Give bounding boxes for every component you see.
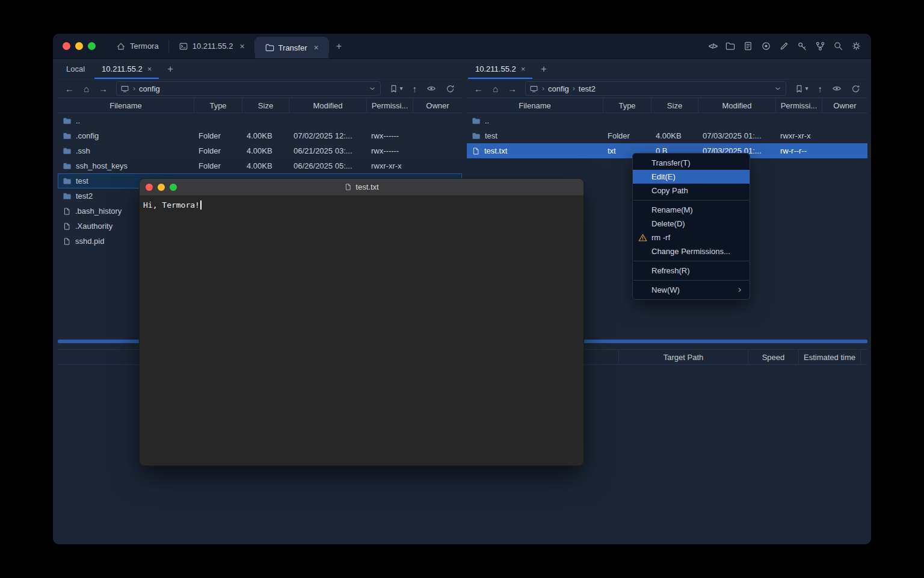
settings-icon[interactable]: [851, 41, 861, 51]
table-row[interactable]: .config Folder 4.00KB 07/02/2025 12:... …: [58, 128, 462, 143]
new-panel-tab-button[interactable]: +: [160, 59, 180, 79]
tab-left-host[interactable]: 10.211.55.2 ×: [93, 59, 160, 79]
modified-cell: 06/26/2025 05:...: [289, 161, 366, 170]
minimize-window-button[interactable]: [75, 42, 83, 50]
edit-icon[interactable]: [779, 41, 789, 51]
close-window-button[interactable]: [63, 42, 70, 50]
zoom-editor-button[interactable]: [170, 184, 177, 191]
table-row[interactable]: test Folder 4.00KB 07/03/2025 01:... rwx…: [467, 128, 867, 143]
menu-item-change-permissions[interactable]: Change Permissions...: [633, 244, 750, 258]
table-row[interactable]: .ssh Folder 4.00KB 06/21/2025 03:... rwx…: [58, 143, 462, 158]
column-header-permissions[interactable]: Permissi...: [366, 98, 413, 113]
folder-icon[interactable]: [725, 41, 735, 51]
column-header-speed[interactable]: Speed: [748, 350, 798, 364]
tab-termora[interactable]: Termora: [106, 34, 168, 58]
breadcrumb-segment[interactable]: config: [139, 84, 160, 93]
up-directory-button[interactable]: ↑: [409, 83, 421, 95]
terminal-icon: [179, 42, 188, 51]
column-header-permissions[interactable]: Permissi...: [775, 98, 822, 113]
permissions-cell: rwxr-xr-x: [775, 131, 822, 140]
filename-text: .Xauthority: [75, 222, 112, 231]
chevron-down-icon[interactable]: [774, 84, 782, 93]
branch-icon[interactable]: [815, 41, 825, 51]
column-header-owner[interactable]: Owner: [822, 98, 867, 113]
column-header-modified[interactable]: Modified: [698, 98, 775, 113]
filename-text: .bash_history: [75, 207, 122, 216]
column-header-target-path[interactable]: Target Path: [618, 350, 748, 364]
code-icon[interactable]: </>: [709, 42, 717, 51]
menu-item-transfer[interactable]: Transfer(T): [633, 156, 750, 170]
home-button[interactable]: ⌂: [489, 83, 502, 95]
table-row[interactable]: ..: [58, 113, 462, 128]
tab-local[interactable]: Local: [58, 59, 93, 79]
filename-text: test: [485, 131, 497, 140]
breadcrumb-segment[interactable]: test2: [579, 84, 596, 93]
filename-cell: .config: [58, 131, 194, 140]
show-hidden-button[interactable]: [423, 82, 440, 95]
traffic-lights: [53, 34, 106, 58]
column-header-type[interactable]: Type: [603, 98, 651, 113]
menu-item-rename[interactable]: Rename(M): [633, 203, 750, 217]
column-header-size[interactable]: Size: [242, 98, 289, 113]
path-breadcrumb[interactable]: › config: [116, 81, 381, 96]
file-table-header: Filename Type Size Modified Permissi... …: [58, 98, 462, 113]
column-header-size[interactable]: Size: [651, 98, 698, 113]
forward-button[interactable]: →: [504, 83, 520, 95]
editor-content[interactable]: Hi, Termora!: [140, 196, 584, 465]
bookmark-button[interactable]: ▾: [791, 83, 812, 95]
tab-right-host[interactable]: 10.211.55.2 ×: [467, 59, 534, 79]
show-hidden-button[interactable]: [828, 82, 845, 95]
forward-button[interactable]: →: [95, 83, 111, 95]
file-table-header: Filename Type Size Modified Permissi... …: [467, 98, 867, 113]
key-icon[interactable]: [797, 41, 807, 51]
bookmark-button[interactable]: ▾: [386, 83, 406, 95]
close-tab-icon[interactable]: ×: [147, 64, 152, 73]
menu-item-rm-rf[interactable]: rm -rf: [633, 231, 750, 244]
editor-titlebar[interactable]: test.txt: [140, 179, 584, 196]
zoom-window-button[interactable]: [88, 42, 96, 50]
search-icon[interactable]: [833, 41, 843, 51]
table-row[interactable]: ..: [467, 113, 867, 128]
column-header-modified[interactable]: Modified: [289, 98, 366, 113]
breadcrumb-segment[interactable]: config: [548, 84, 569, 93]
menu-item-edit[interactable]: Edit(E): [633, 170, 750, 184]
menu-item-copy-path[interactable]: Copy Path: [633, 184, 750, 197]
folder-icon: [63, 176, 72, 185]
warning-icon: [638, 233, 647, 242]
refresh-button[interactable]: [442, 83, 458, 95]
minimize-editor-button[interactable]: [158, 184, 165, 191]
home-button[interactable]: ⌂: [80, 83, 93, 95]
filename-text: ..: [485, 116, 489, 125]
tab-host-session[interactable]: 10.211.55.2 ×: [169, 34, 254, 58]
column-header-type[interactable]: Type: [194, 98, 242, 113]
queue-header-end: [860, 350, 867, 364]
tab-transfer[interactable]: Transfer ×: [255, 37, 328, 58]
file-table-body: .. test F: [467, 113, 867, 158]
close-tab-icon[interactable]: ×: [314, 43, 319, 52]
left-panel-tabs: Local 10.211.55.2 × +: [58, 59, 462, 79]
new-panel-tab-button[interactable]: +: [534, 59, 553, 79]
menu-item-refresh[interactable]: Refresh(R): [633, 264, 750, 278]
folder-icon: [265, 43, 274, 52]
up-directory-button[interactable]: ↑: [815, 83, 827, 95]
back-button[interactable]: ←: [470, 83, 487, 95]
close-tab-icon[interactable]: ×: [239, 42, 244, 51]
refresh-button[interactable]: [848, 83, 864, 95]
column-header-filename[interactable]: Filename: [467, 98, 603, 113]
close-tab-icon[interactable]: ×: [521, 64, 526, 73]
menu-item-delete[interactable]: Delete(D): [633, 217, 750, 231]
path-breadcrumb[interactable]: › config › test2: [525, 81, 786, 96]
new-tab-button[interactable]: +: [329, 34, 349, 58]
column-header-filename[interactable]: Filename: [58, 98, 194, 113]
chevron-down-icon[interactable]: [368, 84, 377, 93]
column-header-estimated-time[interactable]: Estimated time: [798, 350, 860, 364]
folder-icon: [63, 161, 72, 170]
table-row[interactable]: ssh_host_keys Folder 4.00KB 06/26/2025 0…: [58, 158, 462, 173]
close-editor-button[interactable]: [146, 184, 153, 191]
file-list-icon[interactable]: [743, 41, 753, 51]
record-icon[interactable]: [761, 41, 771, 51]
menu-item-new[interactable]: New(W): [633, 283, 750, 297]
back-button[interactable]: ←: [61, 83, 78, 95]
column-header-owner[interactable]: Owner: [413, 98, 462, 113]
size-cell: 4.00KB: [242, 131, 289, 140]
